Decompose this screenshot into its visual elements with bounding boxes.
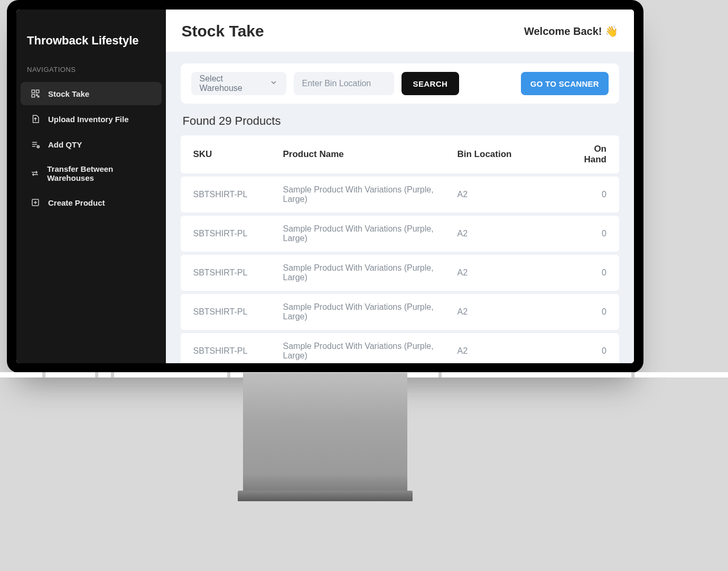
- sidebar: Throwback Lifestyle NAVIGATIONS Stock Ta…: [16, 10, 166, 363]
- cell-bin: A2: [458, 307, 584, 317]
- sidebar-item-transfer-warehouses[interactable]: Transfer Between Warehouses: [21, 158, 162, 189]
- warehouse-select[interactable]: Select Warehouse: [191, 72, 286, 95]
- sidebar-item-stock-take[interactable]: Stock Take: [21, 82, 162, 105]
- search-button[interactable]: SEARCH: [402, 72, 460, 95]
- cell-onhand: 0: [584, 190, 607, 199]
- monitor-stand-neck: [243, 373, 407, 492]
- svg-rect-2: [32, 95, 34, 97]
- sidebar-item-create-product[interactable]: Create Product: [21, 191, 162, 214]
- welcome-text: Welcome Back! 👋: [524, 25, 618, 38]
- go-to-scanner-button[interactable]: GO TO SCANNER: [521, 72, 609, 95]
- cell-onhand: 0: [584, 346, 607, 356]
- cell-name: Sample Product With Variations (Purple, …: [283, 185, 458, 204]
- search-bar: Select Warehouse SEARCH GO TO SCANNER: [181, 63, 620, 104]
- sidebar-item-add-qty[interactable]: Add QTY: [21, 133, 162, 156]
- table-row[interactable]: SBTSHIRT-PLSample Product With Variation…: [181, 177, 620, 213]
- cell-bin: A2: [458, 190, 584, 199]
- nav-section-heading: NAVIGATIONS: [16, 62, 166, 80]
- cell-onhand: 0: [584, 229, 607, 238]
- app-screen: Throwback Lifestyle NAVIGATIONS Stock Ta…: [16, 10, 634, 363]
- bin-location-input[interactable]: [294, 72, 394, 95]
- col-bin: Bin Location: [458, 149, 584, 160]
- table-row[interactable]: SBTSHIRT-PLSample Product With Variation…: [181, 333, 620, 363]
- cell-name: Sample Product With Variations (Purple, …: [283, 342, 458, 361]
- cell-name: Sample Product With Variations (Purple, …: [283, 263, 458, 282]
- table-row[interactable]: SBTSHIRT-PLSample Product With Variation…: [181, 216, 620, 252]
- col-onhand: On Hand: [584, 144, 607, 165]
- sidebar-item-label: Create Product: [48, 198, 105, 207]
- cell-sku: SBTSHIRT-PL: [193, 268, 283, 278]
- col-name: Product Name: [283, 149, 458, 160]
- sidebar-item-label: Transfer Between Warehouses: [47, 164, 152, 182]
- cell-sku: SBTSHIRT-PL: [193, 307, 283, 317]
- sidebar-item-upload-inventory[interactable]: Upload Inventory File: [21, 107, 162, 131]
- transfer-icon: [30, 168, 40, 179]
- results-count: Found 29 Products: [183, 114, 618, 128]
- cell-name: Sample Product With Variations (Purple, …: [283, 302, 458, 321]
- products-table: SKU Product Name Bin Location On Hand SB…: [181, 135, 620, 363]
- cell-bin: A2: [458, 346, 584, 356]
- chevron-down-icon: [269, 78, 278, 89]
- monitor-stand-foot: [238, 491, 413, 501]
- svg-rect-0: [32, 90, 34, 93]
- table-header: SKU Product Name Bin Location On Hand: [181, 135, 620, 173]
- main-content: Stock Take Welcome Back! 👋 Select Wareho…: [166, 10, 634, 363]
- sidebar-item-label: Add QTY: [48, 140, 82, 149]
- sidebar-item-label: Upload Inventory File: [48, 115, 129, 124]
- brand-title: Throwback Lifestyle: [16, 24, 166, 62]
- cell-name: Sample Product With Variations (Purple, …: [283, 224, 458, 243]
- cell-sku: SBTSHIRT-PL: [193, 190, 283, 199]
- upload-icon: [30, 114, 41, 124]
- cell-sku: SBTSHIRT-PL: [193, 346, 283, 356]
- cell-onhand: 0: [584, 268, 607, 278]
- col-sku: SKU: [193, 149, 283, 160]
- table-row[interactable]: SBTSHIRT-PLSample Product With Variation…: [181, 294, 620, 330]
- header-bar: Stock Take Welcome Back! 👋: [166, 10, 634, 52]
- table-row[interactable]: SBTSHIRT-PLSample Product With Variation…: [181, 255, 620, 291]
- plus-box-icon: [30, 197, 41, 208]
- svg-rect-1: [36, 90, 39, 93]
- cell-sku: SBTSHIRT-PL: [193, 229, 283, 238]
- eq-plus-icon: [30, 139, 41, 150]
- page-title: Stock Take: [182, 22, 264, 40]
- cell-bin: A2: [458, 229, 584, 238]
- cell-onhand: 0: [584, 307, 607, 317]
- warehouse-select-label: Select Warehouse: [200, 74, 261, 93]
- qr-icon: [30, 88, 41, 99]
- sidebar-item-label: Stock Take: [48, 89, 89, 98]
- monitor-frame: Throwback Lifestyle NAVIGATIONS Stock Ta…: [7, 0, 643, 373]
- cell-bin: A2: [458, 268, 584, 278]
